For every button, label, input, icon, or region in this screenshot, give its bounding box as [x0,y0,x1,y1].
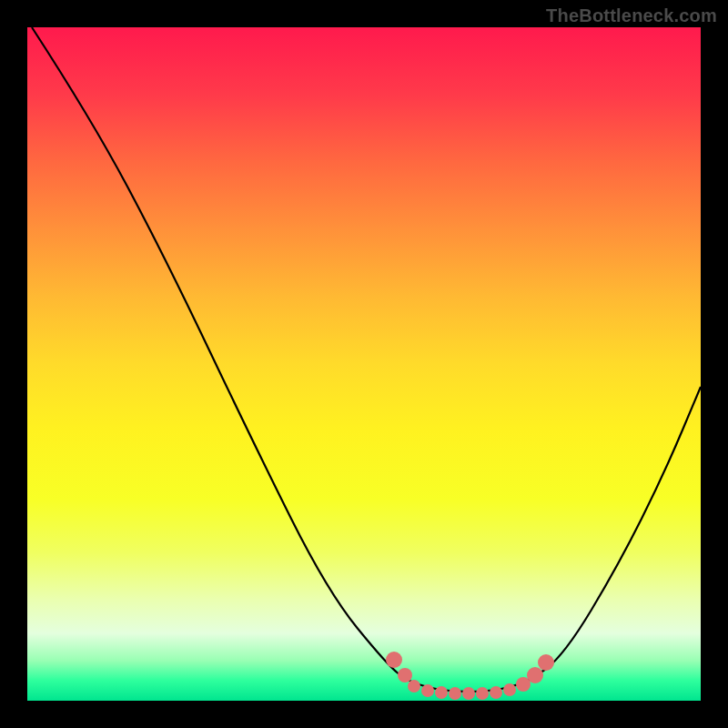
curve-marker [421,684,434,697]
curve-marker [449,687,461,700]
curve-markers [386,652,554,700]
bottleneck-curve [32,27,701,692]
curve-marker [435,686,448,699]
curve-marker [462,687,475,700]
curve-marker [476,687,489,700]
curve-marker [386,652,402,668]
curve-marker [503,683,516,696]
curve-marker [398,668,412,682]
curve-marker [538,654,554,671]
curve-marker [527,667,543,683]
watermark-text: TheBottleneck.com [546,5,717,26]
curve-marker [490,686,502,699]
curve-overlay [27,27,701,701]
curve-marker [408,680,420,693]
